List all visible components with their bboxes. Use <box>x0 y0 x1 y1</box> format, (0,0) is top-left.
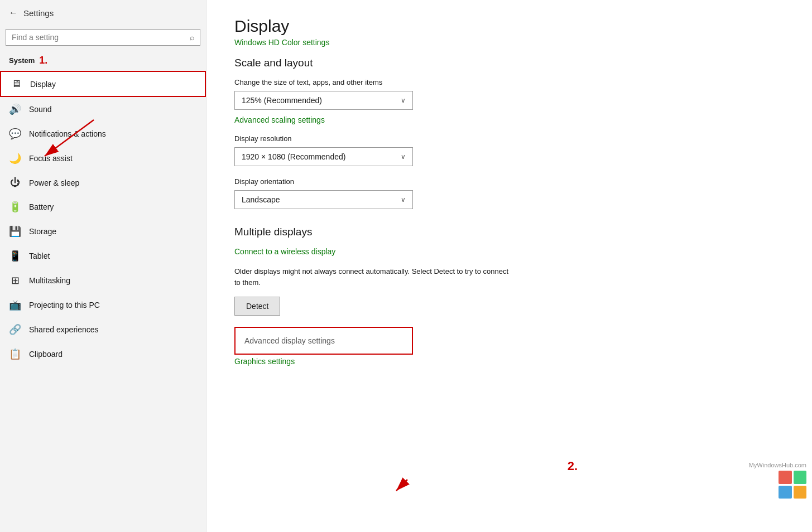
title-bar: ← Settings <box>0 0 206 26</box>
resolution-label: Display resolution <box>234 134 784 143</box>
sidebar-item-shared-label: Shared experiences <box>29 325 99 334</box>
scale-layout-title: Scale and layout <box>234 57 784 69</box>
sidebar: ← Settings ⌕ System 1. 🖥 Display 🔊 Sound… <box>0 0 206 532</box>
orientation-value: Landscape <box>242 195 280 204</box>
projecting-icon: 📺 <box>9 299 21 311</box>
sidebar-item-tablet-label: Tablet <box>29 252 50 260</box>
advanced-scaling-link[interactable]: Advanced scaling settings <box>234 115 784 124</box>
power-icon: ⏻ <box>9 177 21 188</box>
sidebar-item-storage[interactable]: 💾 Storage <box>0 219 206 244</box>
logo-w <box>779 486 792 499</box>
battery-icon: 🔋 <box>9 201 21 213</box>
logo-m <box>779 471 792 484</box>
advanced-display-label: Advanced display settings <box>244 336 335 345</box>
watermark-text: MyWindowsHub.com <box>749 462 806 468</box>
orientation-label: Display orientation <box>234 177 784 186</box>
annotation-2: 2. <box>568 459 578 473</box>
sidebar-item-focus-label: Focus assist <box>29 154 73 163</box>
sidebar-item-power-label: Power & sleep <box>29 178 79 187</box>
detect-button[interactable]: Detect <box>234 297 280 316</box>
step-1-label: 1. <box>39 55 47 66</box>
section-label: System 1. <box>0 51 206 71</box>
advanced-display-settings-box[interactable]: Advanced display settings <box>234 327 413 355</box>
sidebar-item-tablet[interactable]: 📱 Tablet <box>0 244 206 268</box>
orientation-dropdown[interactable]: Landscape ∨ <box>234 190 413 209</box>
sidebar-item-multitasking-label: Multitasking <box>29 276 70 285</box>
sidebar-item-multitasking[interactable]: ⊞ Multitasking <box>0 268 206 293</box>
sidebar-item-battery[interactable]: 🔋 Battery <box>0 195 206 219</box>
sidebar-item-clipboard[interactable]: 📋 Clipboard <box>0 342 206 366</box>
back-button[interactable]: ← <box>9 8 18 18</box>
graphics-settings-link[interactable]: Graphics settings <box>234 357 784 366</box>
sidebar-item-power[interactable]: ⏻ Power & sleep <box>0 171 206 195</box>
resolution-dropdown[interactable]: 1920 × 1080 (Recommended) ∨ <box>234 147 413 166</box>
search-box[interactable]: ⌕ <box>6 29 200 46</box>
connect-wireless-link[interactable]: Connect to a wireless display <box>234 247 784 256</box>
sidebar-item-display[interactable]: 🖥 Display <box>0 71 206 97</box>
sidebar-item-sound[interactable]: 🔊 Sound <box>0 97 206 122</box>
sidebar-item-notifications[interactable]: 💬 Notifications & actions <box>0 122 206 146</box>
main-content: Display Windows HD Color settings Scale … <box>206 0 812 532</box>
size-chevron-icon: ∨ <box>401 96 406 104</box>
sound-icon: 🔊 <box>9 103 21 115</box>
notifications-icon: 💬 <box>9 128 21 140</box>
sidebar-item-notifications-label: Notifications & actions <box>29 129 106 138</box>
storage-icon: 💾 <box>9 225 21 238</box>
watermark: MyWindowsHub.com <box>749 462 806 499</box>
orientation-chevron-icon: ∨ <box>401 196 406 204</box>
search-input[interactable] <box>12 33 185 42</box>
system-label: System <box>9 56 35 65</box>
detect-desc: Older displays might not always connect … <box>234 266 513 288</box>
sidebar-item-display-label: Display <box>30 80 56 89</box>
search-icon: ⌕ <box>190 33 194 42</box>
logo-s <box>794 471 807 484</box>
sidebar-item-projecting[interactable]: 📺 Projecting to this PC <box>0 293 206 317</box>
multiple-displays-title: Multiple displays <box>234 226 784 238</box>
logo-e <box>794 486 807 499</box>
page-title: Display <box>234 17 784 36</box>
sidebar-item-storage-label: Storage <box>29 227 56 236</box>
size-label: Change the size of text, apps, and other… <box>234 78 784 86</box>
clipboard-icon: 📋 <box>9 348 21 360</box>
shared-icon: 🔗 <box>9 323 21 336</box>
app-title: Settings <box>23 8 54 18</box>
size-dropdown[interactable]: 125% (Recommended) ∨ <box>234 91 413 110</box>
sidebar-item-shared[interactable]: 🔗 Shared experiences <box>0 317 206 342</box>
multitasking-icon: ⊞ <box>9 274 21 287</box>
sidebar-item-clipboard-label: Clipboard <box>29 350 63 359</box>
sidebar-item-sound-label: Sound <box>29 105 51 114</box>
display-icon: 🖥 <box>10 78 22 90</box>
sidebar-item-focus[interactable]: 🌙 Focus assist <box>0 146 206 171</box>
sidebar-item-projecting-label: Projecting to this PC <box>29 301 100 309</box>
size-value: 125% (Recommended) <box>242 96 322 105</box>
tablet-icon: 📱 <box>9 250 21 262</box>
resolution-value: 1920 × 1080 (Recommended) <box>242 152 345 161</box>
resolution-chevron-icon: ∨ <box>401 153 406 161</box>
windows-hd-color-link[interactable]: Windows HD Color settings <box>234 38 784 47</box>
sidebar-item-battery-label: Battery <box>29 202 54 211</box>
focus-icon: 🌙 <box>9 152 21 165</box>
watermark-logo <box>779 471 806 499</box>
